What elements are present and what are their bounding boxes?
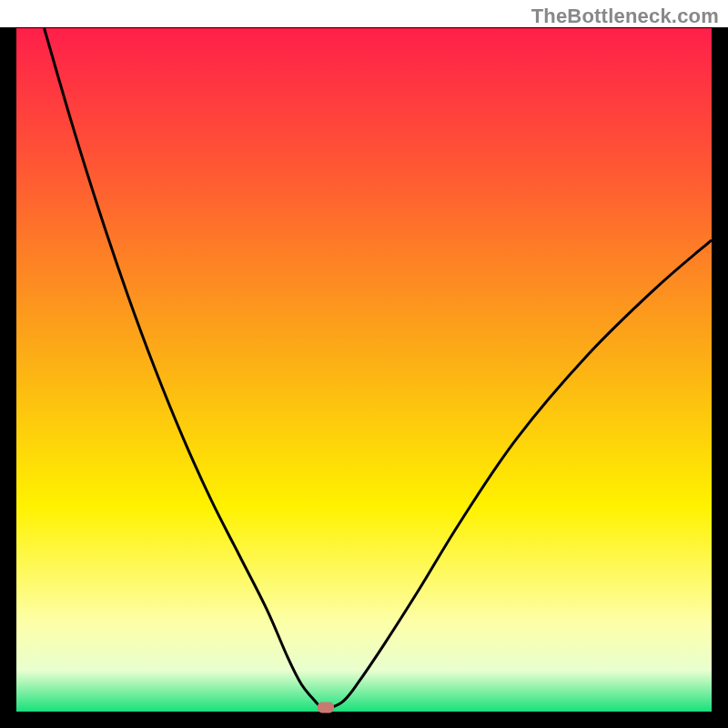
minimum-marker (318, 702, 334, 713)
watermark-text: TheBottleneck.com (531, 5, 719, 28)
chart-container: { "watermark": "TheBottleneck.com", "cha… (0, 0, 728, 728)
chart-svg (0, 0, 728, 728)
plot-background (16, 28, 712, 712)
